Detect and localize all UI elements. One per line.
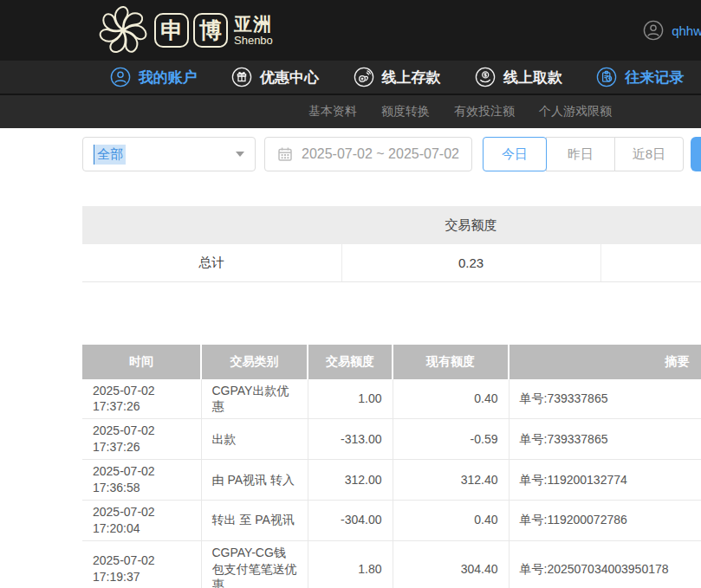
cell-balance: 0.40 — [393, 379, 509, 419]
filter-row: 全部 2025-07-02 ~ 2025-07-02 今日 昨日 近8日 — [82, 137, 701, 171]
cell-summary: 单号:119200072786 — [509, 500, 701, 540]
cell-time: 2025-07-02 17:37:26 — [82, 379, 201, 419]
yesterday-button[interactable]: 昨日 — [546, 137, 615, 171]
subnav-item-valid-bets[interactable]: 有效投注额 — [454, 104, 515, 120]
cell-amount: 312.00 — [308, 460, 393, 501]
summary-total-label: 总计 — [82, 244, 341, 281]
date-range-input[interactable]: 2025-07-02 ~ 2025-07-02 — [264, 137, 472, 171]
cell-type: 由 PA视讯 转入 — [201, 460, 308, 501]
brand-logo: 申 博 亚洲 Shenbo — [97, 4, 273, 56]
today-button[interactable]: 今日 — [483, 137, 547, 171]
cell-amount: -313.00 — [308, 419, 393, 460]
table-row: 2025-07-02 17:19:37 CGPAY-CG钱包支付笔笔送优惠 1.… — [82, 540, 701, 588]
summary-header-row: 交易额度 — [82, 206, 701, 244]
nav-label: 我的账户 — [139, 68, 198, 87]
avatar-icon — [643, 20, 664, 41]
table-row: 2025-07-02 17:37:26 出款 -313.00 -0.59 单号:… — [82, 419, 701, 460]
top-bar: 申 博 亚洲 Shenbo qhhw — [0, 0, 701, 61]
summary-total-row: 总计 0.23 — [82, 244, 701, 281]
cell-type: 出款 — [201, 419, 308, 460]
cell-type: CGPAY出款优惠 — [201, 379, 308, 419]
summary-header-amount: 交易额度 — [341, 206, 600, 244]
summary-header-empty — [82, 206, 341, 244]
withdraw-icon — [475, 67, 496, 87]
deposit-icon — [354, 67, 374, 87]
nav-item-withdraw[interactable]: 线上取款 — [458, 61, 579, 94]
date-range-value: 2025-07-02 ~ 2025-07-02 — [302, 146, 459, 162]
records-table: 时间 交易类别 交易额度 现有额度 摘要 2025-07-02 17:37:26… — [82, 345, 701, 588]
summary-header-empty — [600, 206, 701, 244]
last-8-days-button[interactable]: 近8日 — [614, 137, 684, 171]
nav-item-records[interactable]: 往来记录 — [580, 61, 701, 94]
type-select[interactable]: 全部 — [82, 137, 256, 171]
cell-summary: 单号:739337865 — [509, 379, 701, 419]
col-time: 时间 — [82, 345, 201, 379]
cell-amount: -304.00 — [308, 500, 393, 540]
col-amount: 交易额度 — [308, 345, 393, 379]
cell-summary: 单号:119200132774 — [509, 460, 701, 501]
nav-label: 优惠中心 — [260, 68, 319, 87]
username[interactable]: qhhw — [672, 23, 701, 38]
cell-balance: 304.40 — [393, 540, 509, 588]
flower-logo-icon — [97, 4, 149, 56]
cell-balance: 0.40 — [393, 500, 509, 540]
summary-table: 交易额度 总计 0.23 — [82, 206, 701, 282]
col-balance: 现有额度 — [393, 345, 509, 379]
cell-time: 2025-07-02 17:20:04 — [82, 500, 201, 540]
nav-label: 往来记录 — [625, 68, 684, 87]
quick-date-buttons: 今日 昨日 近8日 — [483, 137, 684, 171]
table-row: 2025-07-02 17:36:58 由 PA视讯 转入 312.00 312… — [82, 460, 701, 501]
chevron-down-icon — [236, 152, 244, 157]
user-icon — [110, 67, 131, 87]
col-type: 交易类别 — [201, 345, 308, 379]
brand-region-block: 亚洲 Shenbo — [234, 15, 273, 46]
cell-balance: 312.40 — [393, 460, 509, 501]
cell-summary: 单号:739337865 — [509, 419, 701, 460]
nav-item-deposit[interactable]: 线上存款 — [336, 61, 458, 94]
nav-label: 线上存款 — [382, 68, 441, 87]
brand-char-shen: 申 — [154, 13, 189, 48]
brand-subtitle: Shenbo — [234, 35, 273, 46]
search-button[interactable] — [691, 137, 701, 171]
user-account[interactable]: qhhw — [643, 0, 701, 61]
nav-label: 线上取款 — [503, 68, 562, 87]
subnav-item-credit-transfer[interactable]: 额度转换 — [381, 104, 430, 120]
cell-summary: 单号:202507034003950178 — [509, 540, 701, 588]
cell-time: 2025-07-02 17:19:37 — [82, 540, 201, 588]
cell-balance: -0.59 — [393, 419, 509, 460]
records-icon — [596, 67, 617, 87]
cell-time: 2025-07-02 17:36:58 — [82, 460, 201, 501]
summary-empty-cell — [600, 244, 701, 281]
table-row: 2025-07-02 17:20:04 转出 至 PA视讯 -304.00 0.… — [82, 500, 701, 540]
brand-char-bo: 博 — [193, 13, 228, 48]
sub-nav: 基本资料 额度转换 有效投注额 个人游戏限额 — [0, 95, 701, 128]
summary-total-value: 0.23 — [341, 244, 600, 281]
cell-time: 2025-07-02 17:37:26 — [82, 419, 201, 460]
cell-amount: 1.00 — [308, 379, 393, 419]
type-select-value: 全部 — [94, 145, 126, 165]
cell-type: 转出 至 PA视讯 — [201, 500, 308, 540]
brand-region: 亚洲 — [234, 15, 273, 33]
subnav-item-profile[interactable]: 基本资料 — [308, 104, 357, 120]
nav-item-promotions[interactable]: 优惠中心 — [214, 61, 335, 94]
subnav-item-game-limits[interactable]: 个人游戏限额 — [539, 104, 612, 120]
table-row: 2025-07-02 17:37:26 CGPAY出款优惠 1.00 0.40 … — [82, 379, 701, 419]
cell-amount: 1.80 — [308, 540, 393, 588]
main-nav: 我的账户 优惠中心 线上存款 — [0, 61, 701, 95]
content: 全部 2025-07-02 ~ 2025-07-02 今日 昨日 近8日 — [82, 137, 701, 588]
records-header-row: 时间 交易类别 交易额度 现有额度 摘要 — [82, 345, 701, 379]
nav-item-my-account[interactable]: 我的账户 — [93, 61, 214, 94]
calendar-icon — [277, 146, 293, 162]
cell-type: CGPAY-CG钱包支付笔笔送优惠 — [201, 540, 308, 588]
col-summary: 摘要 — [509, 345, 701, 379]
gift-icon — [231, 67, 252, 87]
